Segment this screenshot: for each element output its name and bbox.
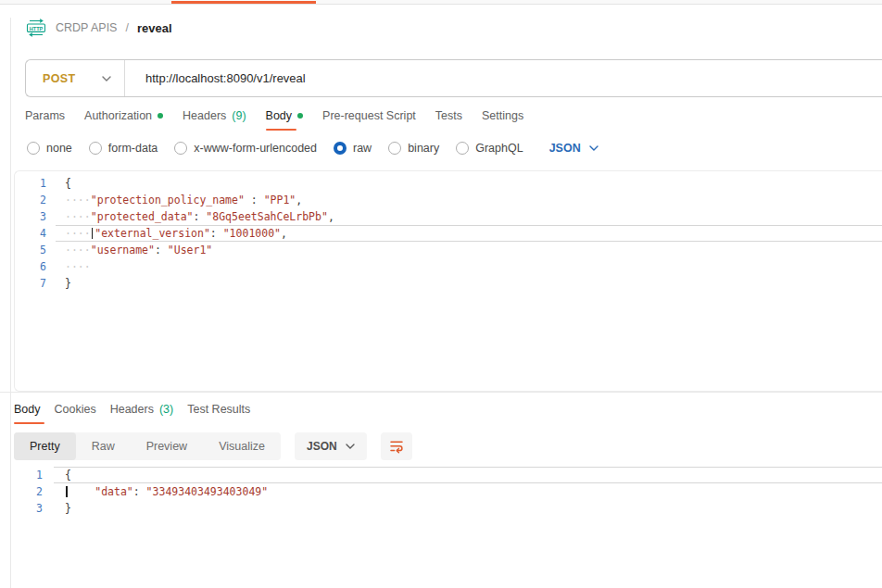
- code-token: {: [65, 177, 71, 190]
- line-content: ····"external_version": "1001000",: [56, 225, 882, 242]
- radio-selected-icon[interactable]: [334, 142, 346, 155]
- tab-body[interactable]: Body: [266, 109, 304, 131]
- radio-form-data[interactable]: form-data: [89, 142, 158, 155]
- radio-binary[interactable]: binary: [388, 142, 439, 155]
- svg-text:HTTP: HTTP: [30, 26, 44, 31]
- code-line[interactable]: 6····: [15, 258, 882, 275]
- active-window-tab-indicator: [171, 1, 316, 4]
- code-token: "protected_data": [91, 210, 194, 223]
- radio-raw[interactable]: raw: [334, 142, 372, 155]
- radio-icon[interactable]: [456, 142, 469, 155]
- line-content: ····"protected_data": "8Gq5eetSahCeLrbPb…: [56, 208, 882, 225]
- radio-icon[interactable]: [89, 142, 102, 155]
- code-line[interactable]: 2 "data": "33493403493403049": [11, 483, 882, 500]
- code-token: }: [65, 502, 71, 515]
- code-token: "data": [94, 485, 133, 498]
- code-token: "external_version": [94, 227, 210, 240]
- tab-params[interactable]: Params: [25, 109, 65, 131]
- breadcrumb-collection[interactable]: CRDP APIS: [56, 21, 117, 34]
- radio-icon[interactable]: [27, 142, 40, 155]
- code-line[interactable]: 4····"external_version": "1001000",: [15, 225, 882, 242]
- http-request-icon: HTTP: [25, 19, 47, 37]
- request-response-divider: [0, 392, 882, 393]
- radio-icon[interactable]: [388, 142, 401, 155]
- text-caret: [92, 228, 94, 239]
- code-token: :: [245, 194, 264, 206]
- request-body-editor[interactable]: 1{2····"protection_policy_name" : "PP1",…: [14, 170, 882, 392]
- tab-pre-request-script[interactable]: Pre-request Script: [322, 109, 416, 131]
- headers-count: (3): [159, 403, 173, 416]
- code-line[interactable]: 7}: [15, 275, 882, 292]
- raw-language-dropdown[interactable]: JSON: [549, 142, 598, 155]
- url-input[interactable]: http://localhost:8090/v1/reveal: [125, 71, 306, 85]
- code-token: [69, 485, 95, 498]
- green-dot-icon: [297, 113, 303, 119]
- wrap-text-button[interactable]: [381, 432, 412, 460]
- request-tabs: Params Authorization Headers (9) Body Pr…: [11, 109, 882, 131]
- line-number: 6: [15, 258, 56, 275]
- response-tab-body[interactable]: Body: [14, 403, 41, 424]
- tab-tests[interactable]: Tests: [435, 109, 462, 131]
- code-token: ,: [296, 194, 302, 206]
- code-line[interactable]: 1{: [11, 467, 882, 483]
- code-line[interactable]: 3····"protected_data": "8Gq5eetSahCeLrbP…: [15, 208, 882, 225]
- code-token: ····: [65, 244, 91, 256]
- line-content: }: [54, 500, 882, 517]
- chevron-down-icon: [346, 444, 355, 449]
- request-pane: HTTP CRDP APIS / reveal POST http://loca…: [10, 18, 882, 588]
- code-token: ,: [281, 227, 287, 240]
- tab-label: Params: [25, 109, 65, 122]
- code-token: :: [210, 227, 223, 240]
- code-line[interactable]: 3}: [11, 500, 882, 517]
- method-dropdown[interactable]: POST: [26, 72, 124, 85]
- view-tab-pretty[interactable]: Pretty: [14, 432, 76, 460]
- response-view-segmented-control: Pretty Raw Preview Visualize: [14, 432, 281, 460]
- radio-x-www-form-urlencoded[interactable]: x-www-form-urlencoded: [174, 142, 317, 155]
- code-token: {: [65, 469, 71, 482]
- line-number: 1: [15, 175, 56, 192]
- line-number: 5: [15, 242, 56, 258]
- chevron-down-icon: [589, 145, 598, 151]
- line-content: {: [56, 175, 882, 192]
- tab-label: Body: [266, 109, 293, 122]
- radio-graphql[interactable]: GraphQL: [456, 142, 523, 155]
- text-caret: [66, 486, 68, 497]
- response-format-label: JSON: [307, 440, 337, 453]
- tab-settings[interactable]: Settings: [482, 109, 523, 131]
- view-tab-visualize[interactable]: Visualize: [203, 432, 281, 460]
- green-dot-icon: [158, 113, 163, 119]
- line-number: 3: [11, 500, 54, 517]
- response-format-dropdown[interactable]: JSON: [295, 432, 367, 460]
- radio-none[interactable]: none: [27, 142, 72, 155]
- code-token: ····: [65, 227, 91, 240]
- response-tabs: Body Cookies Headers (3) Test Results: [11, 403, 882, 424]
- view-tab-raw[interactable]: Raw: [76, 432, 131, 460]
- code-line[interactable]: 1{: [15, 175, 882, 192]
- line-number: 3: [15, 208, 56, 225]
- response-tab-test-results[interactable]: Test Results: [187, 403, 250, 424]
- radio-label: none: [46, 142, 72, 155]
- code-token: }: [65, 277, 71, 290]
- method-label: POST: [43, 72, 76, 85]
- line-content: "data": "33493403493403049": [54, 483, 882, 500]
- code-line[interactable]: 2····"protection_policy_name" : "PP1",: [15, 192, 882, 208]
- response-tab-cookies[interactable]: Cookies: [55, 403, 96, 424]
- view-tab-preview[interactable]: Preview: [131, 432, 203, 460]
- window-tab-strip: [0, 0, 882, 5]
- line-content: ····"username": "User1": [56, 242, 882, 258]
- line-content: ····"protection_policy_name" : "PP1",: [56, 192, 882, 208]
- radio-label: x-www-form-urlencoded: [194, 142, 317, 155]
- tab-label: Settings: [482, 109, 523, 122]
- response-body-viewer[interactable]: 1{2 "data": "33493403493403049"3}: [11, 467, 882, 517]
- response-tab-headers[interactable]: Headers (3): [110, 403, 174, 424]
- line-number: 1: [11, 467, 54, 483]
- tab-authorization[interactable]: Authorization: [84, 109, 163, 131]
- radio-label: raw: [353, 142, 372, 155]
- tab-label: Pre-request Script: [322, 109, 416, 122]
- radio-icon[interactable]: [174, 142, 187, 155]
- tab-headers[interactable]: Headers (9): [183, 109, 246, 131]
- code-token: ····: [65, 194, 91, 206]
- code-line[interactable]: 5····"username": "User1": [15, 242, 882, 258]
- breadcrumb-request-name[interactable]: reveal: [137, 21, 172, 35]
- tab-label: Tests: [435, 109, 462, 122]
